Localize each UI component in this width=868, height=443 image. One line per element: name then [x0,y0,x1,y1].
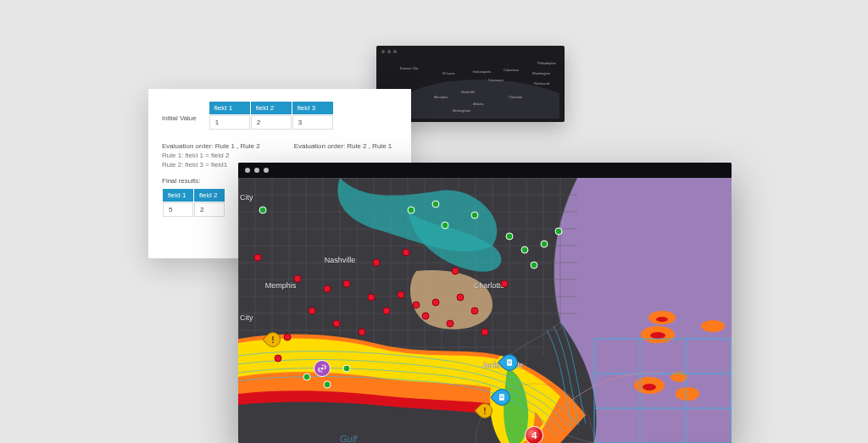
final-results-table: field 1 field 2 5 2 [162,188,225,218]
svg-text:Birmingham: Birmingham [453,108,471,113]
svg-text:Philadelphia: Philadelphia [537,61,557,65]
svg-text:Washington: Washington [532,71,550,75]
map-marker-green[interactable] [471,211,479,219]
map-marker-red[interactable] [254,253,262,261]
table-cell: 5 [163,202,193,217]
map-marker-red[interactable] [422,312,430,319]
svg-text:St Louis: St Louis [442,71,454,75]
titlebar [238,163,732,178]
map-marker-red[interactable] [447,320,454,328]
map-marker-red[interactable] [402,248,409,256]
initial-value-label: Initial Value [162,101,197,122]
svg-text:Nashville: Nashville [461,90,476,94]
map-marker-green[interactable] [431,201,439,208]
hurricane-pin-icon[interactable] [314,360,331,377]
svg-point-18 [676,387,699,401]
map-marker-red[interactable] [343,280,351,288]
map-marker-red[interactable] [293,274,301,282]
map-marker-red[interactable] [309,307,316,314]
window-dot [245,168,250,173]
table-cell: 2 [194,202,225,217]
svg-text:Atlanta: Atlanta [473,102,484,106]
svg-point-20 [656,317,668,322]
window-dot [264,168,269,173]
window-dot [254,168,259,173]
svg-text:Kansas City: Kansas City [400,66,418,70]
city-label-charlotte: Charlotte [474,281,505,290]
map-marker-red[interactable] [501,280,509,288]
map-marker-red[interactable] [452,267,459,274]
map-marker-red[interactable] [368,293,376,301]
map-canvas[interactable]: Nashville Memphis Charlotte Jacksonville… [238,178,732,443]
city-label-topleft: City [240,193,253,202]
evaluation-order-b: Evaluation order: Rule 2 , Rule 1 [294,142,392,150]
map-marker-red[interactable] [481,328,489,335]
city-label-memphis: Memphis [265,281,297,290]
table-header: field 2 [251,102,292,114]
table-header: field 2 [194,189,225,202]
svg-text:Charlotte: Charlotte [509,95,523,99]
map-marker-red[interactable] [372,259,380,267]
table-cell: 1 [209,115,250,130]
map-marker-red[interactable] [323,285,331,293]
rule-1-text: Rule 1: field 1 = field 2 [162,152,398,159]
table-cell: 3 [292,115,333,130]
svg-text:Memphis: Memphis [434,95,448,99]
city-label-midleft: City [240,313,253,322]
table-header: field 1 [163,189,193,202]
map-marker-red[interactable] [471,307,479,314]
gulf-label: Gulf [340,434,358,443]
map-marker-green[interactable] [259,206,267,213]
map-marker-green[interactable] [303,373,311,380]
map-marker-red[interactable] [456,293,464,301]
map-marker-green[interactable] [555,227,563,235]
evaluation-order-a: Evaluation order: Rule 1 , Rule 2 [162,142,260,150]
map-app-window[interactable]: Nashville Memphis Charlotte Jacksonville… [238,163,732,443]
table-header: field 1 [209,102,250,114]
map-marker-green[interactable] [407,206,415,213]
map-marker-red[interactable] [398,291,405,298]
svg-text:Columbus: Columbus [504,68,519,72]
svg-text:Richmond: Richmond [534,81,549,86]
svg-text:Indianapolis: Indianapolis [473,69,491,74]
table-cell: 2 [251,115,292,130]
stage: Kansas City St Louis Indianapolis Cincin… [0,0,868,443]
svg-point-21 [650,332,665,339]
category-badge[interactable]: 4 [525,426,543,443]
map-marker-green[interactable] [343,365,351,373]
map-marker-green[interactable] [442,222,449,230]
map-marker-red[interactable] [358,328,365,335]
svg-point-22 [643,384,656,390]
map-marker-red[interactable] [382,307,390,314]
map-marker-red[interactable] [333,320,341,328]
map-marker-green[interactable] [520,246,528,253]
map-marker-red[interactable] [431,299,439,307]
map-marker-red[interactable] [412,302,420,309]
city-label-nashville: Nashville [325,256,356,264]
table-header: field 3 [292,102,333,114]
map-marker-red[interactable] [284,333,292,341]
svg-point-16 [701,320,725,332]
map-marker-green[interactable] [540,241,548,248]
map-marker-green[interactable] [323,381,331,389]
svg-point-30 [320,368,323,370]
map-marker-red[interactable] [274,354,281,362]
map-marker-green[interactable] [506,232,514,240]
initial-value-table: field 1 field 2 field 3 1 2 3 [209,101,334,130]
map-marker-green[interactable] [531,262,538,269]
window-traffic-lights [381,50,397,53]
svg-text:Cincinnati: Cincinnati [488,78,504,82]
